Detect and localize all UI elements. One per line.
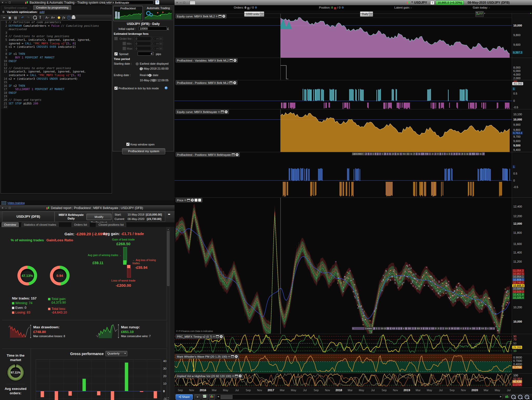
order-fee-unit-select[interactable]: £ / order▼: [151, 37, 163, 40]
close-icon[interactable]: ✕: [236, 153, 238, 156]
close-icon[interactable]: ✕: [235, 355, 238, 358]
close-icon[interactable]: ✕: [234, 59, 236, 62]
max-fee-unit-select[interactable]: £ / order▼: [151, 47, 163, 50]
symbol-dropdown-arrow[interactable]: ▼: [411, 1, 413, 3]
tab-creation-by-programming[interactable]: Creation by programming: [33, 5, 71, 10]
close-icon[interactable]: ✕: [222, 15, 225, 18]
wrench-icon[interactable]: ⚙: [2, 10, 5, 14]
wrench-icon[interactable]: ⚙: [232, 375, 234, 377]
min-fee-input[interactable]: [135, 42, 151, 45]
keep-window-checkbox[interactable]: ✓: [126, 143, 130, 146]
close-icon[interactable]: ✕: [220, 335, 223, 338]
tip-bulb-icon[interactable]: [58, 16, 60, 19]
buy-marker-icon[interactable]: ↑: [198, 199, 201, 202]
function-icon[interactable]: ƒx: [61, 16, 66, 19]
pane-title-p6[interactable]: Price⚙✕↓↑: [176, 198, 202, 202]
code-editor[interactable]: 1// Definition of code parameters2DEFPAR…: [1, 20, 112, 194]
link-windows-icon[interactable]: ⚭: [194, 394, 201, 400]
time-axis[interactable]: SepNov2016MarMayJulSepNov2017MarMayJulSe…: [175, 388, 532, 394]
detach-window-icon[interactable]: [221, 111, 224, 113]
pane-title-p2[interactable]: ProBacktest - Variables: MBFX Belk ML2✕: [176, 58, 238, 63]
redo-icon[interactable]: ↷: [26, 16, 31, 19]
help-doc-icon[interactable]: ?: [155, 0, 159, 4]
detach-window-icon[interactable]: [218, 15, 222, 17]
report-window-controls[interactable]: ✕ ─ ☐: [2, 207, 11, 209]
report-tab-statistics-of-closed-trades[interactable]: Statistics of closed trades: [21, 222, 59, 227]
spread-checkbox[interactable]: ✓: [114, 52, 118, 56]
wrench-icon[interactable]: ⚙: [218, 111, 220, 113]
video-training-link[interactable]: Video training: [7, 201, 25, 204]
cancel-orders-icon[interactable]: ✕: [247, 7, 250, 10]
pane-title-p1[interactable]: Equity curve: MBFX Belk ML2⚙✕: [176, 14, 227, 18]
detach-window-icon[interactable]: [232, 154, 235, 156]
zoom-in-icon[interactable]: +: [525, 395, 529, 399]
font-smaller-button[interactable]: A–: [45, 16, 50, 19]
tick-mode-checkbox[interactable]: ✓: [114, 86, 118, 90]
window-controls[interactable]: ✕ ─ ☐: [2, 1, 11, 4]
print-icon[interactable]: [72, 16, 75, 19]
help-icon[interactable]: ?: [67, 16, 71, 19]
wrench-icon[interactable]: ⚙: [216, 15, 218, 18]
detach-window-icon[interactable]: [231, 355, 234, 358]
scroll-thumb[interactable]: [221, 395, 232, 399]
undo-icon[interactable]: ↶: [20, 16, 25, 19]
starting-earliest-radio[interactable]: [136, 62, 139, 65]
pane-title-p4[interactable]: Equity curve: MBFX Belkhayate⚙✕: [176, 110, 229, 114]
modify-probacktest-button[interactable]: Modify ProBacktest: [87, 214, 111, 220]
spread-input[interactable]: [138, 52, 153, 56]
share-button[interactable]: Share: [176, 394, 193, 400]
wrench-icon[interactable]: ⚙: [184, 199, 186, 202]
detach-window-icon[interactable]: [216, 335, 219, 338]
candle-zoom-icon[interactable]: +: [505, 395, 510, 400]
pane-title-p3[interactable]: ProBacktest - Positions: MBFX Belk ML2✕: [176, 81, 237, 85]
detach-window-icon[interactable]: [229, 82, 232, 84]
tab-automatic-trading[interactable]: Automatic Trading: [143, 6, 173, 21]
min-fee-unit-select[interactable]: £ / order▼: [151, 42, 163, 45]
initial-capital-input[interactable]: [139, 26, 167, 30]
comment-icon[interactable]: ⁑: [38, 16, 43, 19]
pane-title-p7[interactable]: PRC_MBFX Timing v2 (0 7)⚙✕: [176, 334, 224, 339]
order-fee-checkbox[interactable]: [114, 37, 118, 40]
compare-icon[interactable]: [209, 394, 215, 400]
close-icon[interactable]: ✕: [233, 81, 236, 84]
close-icon[interactable]: ✕: [239, 375, 242, 377]
max-fee-checkbox[interactable]: [123, 47, 126, 50]
orders-gear-icon[interactable]: ⚙: [255, 6, 257, 9]
info-icon[interactable]: i: [430, 1, 434, 5]
search-icon[interactable]: [33, 16, 37, 19]
min-fee-checkbox[interactable]: [123, 42, 126, 45]
chart-symbol[interactable]: USDJPY: [414, 1, 427, 4]
paste-icon[interactable]: ▤: [13, 16, 18, 19]
pane-title-p9[interactable]: Implied Vol w High/low Vol (20 60 120 10…: [176, 374, 243, 378]
detach-window-icon[interactable]: [235, 375, 238, 377]
wrench-icon[interactable]: ⚙: [228, 355, 230, 358]
zoom-out-icon[interactable]: −: [518, 395, 522, 399]
order-fee-input[interactable]: [135, 37, 151, 41]
position-gear-icon[interactable]: ⚙: [341, 6, 344, 9]
system-name-input[interactable]: [105, 1, 154, 4]
scroll-left-arrow[interactable]: ◀: [217, 395, 219, 398]
copy-icon[interactable]: ▣: [8, 16, 12, 19]
detach-window-icon[interactable]: [230, 59, 233, 62]
keyboard-icon[interactable]: [190, 1, 195, 5]
cut-icon[interactable]: ✂: [2, 16, 6, 19]
chart-window-controls[interactable]: ✕ ─ ☐: [176, 1, 186, 4]
run-probacktest-button[interactable]: ProBacktest my system: [122, 148, 165, 154]
pane-title-p8[interactable]: Mark Whistler's Wave PM (20 1.25 100)⚙✕: [176, 354, 239, 359]
spread-stepper[interactable]: ▲▼: [152, 52, 154, 55]
wrench-icon[interactable]: ⚙: [213, 335, 215, 338]
chart-scrollbar[interactable]: ◀ ▶: [217, 395, 502, 399]
scroll-right-arrow[interactable]: ▶: [500, 395, 502, 398]
close-position-icon[interactable]: ✕: [334, 7, 336, 10]
tab-probacktest[interactable]: ProBacktest: [113, 6, 143, 21]
report-tab-overview[interactable]: Overview: [2, 222, 19, 227]
close-icon[interactable]: ✕: [225, 110, 228, 113]
pane-title-p5[interactable]: ProBacktest - Positions: MBFX Belkhayate…: [176, 152, 240, 157]
variable-optimization-add-link[interactable]: add: [39, 10, 44, 14]
report-scrollbar[interactable]: ▲ ▼: [167, 228, 170, 399]
close-icon[interactable]: ✕: [191, 199, 194, 202]
report-tab-orders-list[interactable]: Orders list: [71, 222, 90, 227]
sell-marker-icon[interactable]: ↓: [195, 199, 197, 202]
detach-window-icon[interactable]: [187, 199, 190, 201]
zoom-fit-icon[interactable]: ↔: [511, 395, 516, 399]
